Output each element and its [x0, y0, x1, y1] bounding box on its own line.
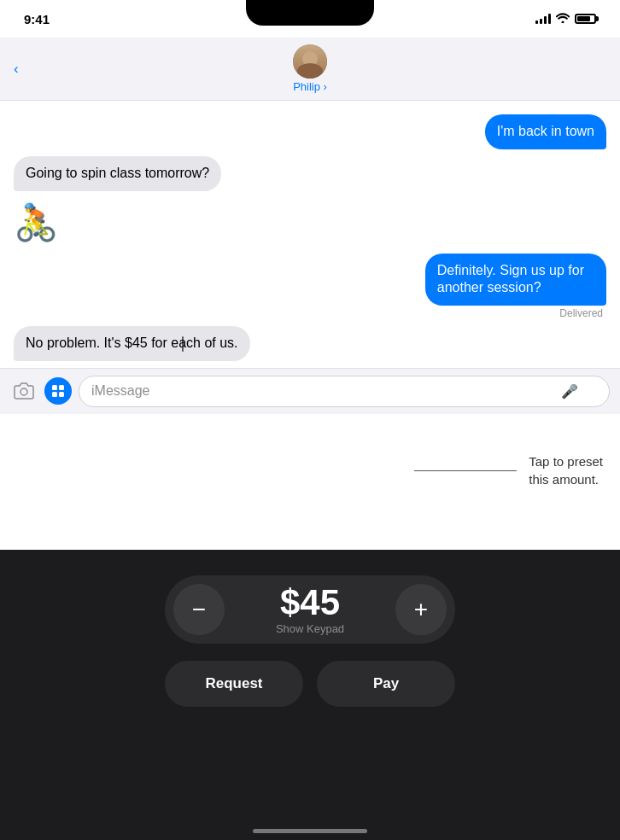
bubble-outgoing-2: Definitely. Sign us up for another sessi…: [425, 254, 606, 306]
message-input[interactable]: iMessage 🎤: [79, 376, 610, 407]
message-input-area: iMessage 🎤: [0, 368, 620, 414]
home-indicator: [253, 829, 367, 833]
show-keypad-label[interactable]: Show Keypad: [276, 622, 344, 635]
messages-wrapper: ‹ Philip › I'm back in town Going to spi…: [0, 38, 620, 414]
phone-frame: 9:41 ‹: [0, 0, 620, 840]
message-row: Definitely. Sign us up for another sessi…: [327, 254, 606, 306]
svg-rect-1: [52, 385, 57, 390]
plus-button[interactable]: +: [395, 584, 447, 635]
status-icons: [535, 13, 596, 26]
delivered-label: Delivered: [559, 307, 606, 319]
wifi-icon: [556, 13, 570, 26]
message-row: Going to spin class tomorrow?: [14, 156, 606, 191]
message-group-outgoing-2: Definitely. Sign us up for another sessi…: [14, 254, 606, 320]
amount-value: $45: [280, 585, 340, 621]
back-button[interactable]: ‹: [14, 61, 19, 78]
battery-icon: [575, 14, 596, 24]
status-time: 9:41: [24, 12, 50, 26]
emoji-message: 🚴: [14, 198, 58, 247]
contact-name: Philip ›: [293, 80, 327, 93]
request-button[interactable]: Request: [165, 661, 303, 707]
svg-point-0: [20, 388, 27, 395]
annotation: Tap to preset this amount.: [520, 452, 603, 488]
notch: [246, 0, 374, 26]
bubble-incoming-1: Going to spin class tomorrow?: [14, 156, 221, 191]
bubble-outgoing-1: I'm back in town: [485, 114, 606, 149]
payment-buttons: Request Pay: [165, 661, 455, 707]
messages-header: ‹ Philip ›: [0, 38, 620, 101]
amount-center: $45 Show Keypad: [233, 585, 387, 635]
avatar: [293, 44, 327, 79]
contact-info[interactable]: Philip ›: [293, 44, 327, 93]
bubble-incoming-tap-preset[interactable]: No problem. It's $45 for each of us.: [14, 326, 250, 361]
amount-control: − $45 Show Keypad +: [165, 575, 455, 644]
apps-icon[interactable]: [44, 377, 72, 405]
input-placeholder: iMessage: [91, 383, 149, 399]
messages-area: I'm back in town Going to spin class tom…: [0, 101, 620, 368]
minus-button[interactable]: −: [173, 584, 225, 635]
svg-rect-4: [59, 392, 64, 397]
message-row-emoji: 🚴: [14, 198, 606, 247]
signal-icon: [535, 14, 551, 24]
message-row: I'm back in town: [14, 114, 606, 149]
message-row: No problem. It's $45 for each of us.: [14, 326, 606, 361]
pay-button[interactable]: Pay: [317, 661, 455, 707]
mic-icon: 🎤: [561, 383, 578, 400]
svg-rect-2: [59, 385, 64, 390]
camera-icon[interactable]: [10, 377, 38, 405]
svg-rect-3: [52, 392, 57, 397]
payment-section: − $45 Show Keypad + Request Pay: [0, 550, 620, 840]
